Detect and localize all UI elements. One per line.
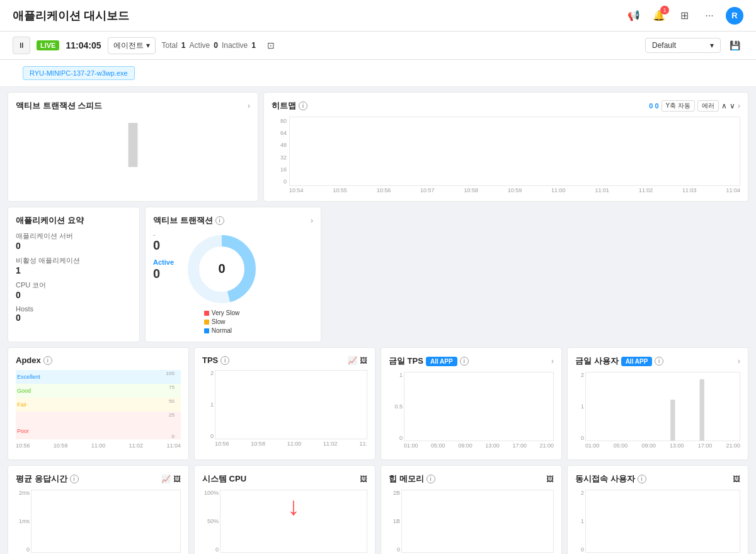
y-auto-button[interactable]: Y축 자동 [662, 100, 695, 112]
legend-list: Very Slow Slow Normal [204, 309, 239, 334]
heap-memory-chart[interactable] [401, 490, 554, 553]
sys-cpu-chart[interactable]: ↓ [220, 490, 367, 553]
today-users-header: 금일 사용자 All APP i › [575, 355, 740, 367]
heap-memory-header: 힙 메모리 i 🖼 [389, 473, 554, 485]
avg-response-y-axis: 2ms 1ms 0 [16, 490, 31, 553]
refresh-icon[interactable]: ⊡ [262, 37, 280, 54]
svg-rect-5 [16, 384, 181, 398]
summary-item-hosts: Hosts 0 [16, 305, 132, 323]
cpu-y-100: 100% [202, 490, 219, 496]
summary-cpu-label: CPU 코어 [16, 280, 132, 290]
summary-inactive-value: 1 [16, 265, 132, 275]
megaphone-icon[interactable]: 📢 [625, 7, 643, 25]
very-slow-dot [204, 311, 209, 316]
layout-icon[interactable]: ⊞ [675, 7, 693, 25]
pause-button[interactable]: ⏸ [13, 37, 30, 54]
slow-dot [204, 320, 209, 325]
apdex-svg: Excellent Good Fair Poor 100 75 50 25 0 [16, 370, 181, 439]
svg-rect-6 [16, 398, 181, 412]
chevron-down-icon[interactable]: ∨ [730, 101, 735, 110]
summary-hosts-value: 0 [16, 313, 132, 323]
svg-text:75: 75 [169, 384, 175, 390]
image-icon[interactable]: 🖼 [173, 475, 181, 483]
image-icon[interactable]: 🖼 [360, 475, 367, 483]
y-label-32: 32 [272, 154, 287, 161]
svg-text:0: 0 [171, 434, 175, 439]
concurrent-users-y-axis: 2 1 0 [575, 490, 585, 553]
avg-response-info-icon[interactable]: i [70, 475, 79, 483]
avg-y-2ms: 2ms [16, 490, 30, 496]
line-chart-icon[interactable]: 📈 [161, 475, 171, 483]
today-tps-badge[interactable]: All APP [426, 357, 457, 366]
tps-chart[interactable] [215, 370, 367, 439]
summary-title: 애플리케이션 요약 [16, 215, 84, 226]
heap-y-1b: 1B [389, 518, 400, 524]
heap-memory-header-right: 🖼 [546, 475, 554, 483]
line-chart-icon[interactable]: 📈 [348, 356, 357, 365]
apdex-x5: 11:04 [166, 442, 181, 449]
active-txn-info-icon[interactable]: i [215, 216, 224, 225]
concurrent-users-chart[interactable] [585, 490, 740, 553]
toolbar-right: Default ▾ 💾 [645, 37, 743, 54]
toolbar: ⏸ LIVE 11:04:05 에이전트 ▾ Total 1 Active 0 … [0, 32, 756, 60]
time-display: 11:04:05 [66, 40, 101, 50]
main-content: 액티브 트랜잭션 스피드 › 히트맵 i 0 0 Y축 자동 [0, 87, 756, 554]
expand-today-users-icon[interactable]: › [738, 357, 740, 366]
summary-item-cpu: CPU 코어 0 [16, 280, 132, 300]
today-users-chart[interactable] [585, 372, 740, 441]
today-users-badge[interactable]: All APP [621, 357, 653, 366]
today-users-info-icon[interactable]: i [655, 357, 663, 366]
more-icon[interactable]: ··· [701, 7, 718, 25]
apdex-info-icon[interactable]: i [43, 356, 52, 365]
active-label: Active [190, 41, 210, 50]
row2-spacer [326, 207, 748, 342]
heatmap-chart-area[interactable] [289, 117, 740, 186]
tps-x-axis: 10:56 10:58 11:00 11:02 11: [215, 441, 367, 447]
heap-memory-info-icon[interactable]: i [427, 475, 435, 483]
save-icon[interactable]: 💾 [726, 37, 743, 54]
legend-slow: Slow [204, 318, 239, 325]
svg-text:Fair: Fair [17, 401, 27, 408]
avg-response-chart[interactable] [31, 490, 181, 553]
heatmap-controls: 0 0 Y축 자동 에러 ∧ ∨ › [649, 100, 740, 112]
image-icon[interactable]: 🖼 [546, 475, 554, 483]
conc-y-2: 2 [575, 490, 584, 496]
expand-heatmap-icon[interactable]: › [738, 101, 740, 110]
svg-text:100: 100 [166, 371, 175, 376]
txn-active-value: 0 [153, 267, 174, 281]
heatmap-info-icon[interactable]: i [299, 101, 307, 110]
svg-text:Good: Good [17, 388, 31, 394]
svg-text:50: 50 [169, 398, 175, 404]
dash-label: - [153, 231, 174, 238]
total-label: Total [162, 41, 178, 50]
today-users-y0: 0 [575, 435, 584, 441]
expand-today-tps-icon[interactable]: › [551, 357, 554, 366]
toolbar-left: ⏸ LIVE 11:04:05 에이전트 ▾ Total 1 Active 0 … [13, 37, 280, 54]
summary-server-value: 0 [16, 241, 132, 251]
image-icon[interactable]: 🖼 [733, 475, 740, 483]
today-users-y-axis: 2 1 0 [575, 372, 585, 441]
tps-chart-area: 2 1 0 [202, 370, 367, 439]
today-tps-chart[interactable] [404, 372, 554, 441]
default-select[interactable]: Default ▾ [645, 38, 721, 53]
bell-icon[interactable]: 🔔 1 [650, 7, 668, 25]
tps-info-icon[interactable]: i [220, 356, 229, 365]
summary-header: 애플리케이션 요약 [16, 215, 132, 226]
expand-active-txn-icon[interactable]: › [311, 216, 313, 225]
expand-icon[interactable]: › [248, 101, 250, 110]
today-tps-y0: 0 [389, 435, 403, 441]
chevron-up-icon[interactable]: ∧ [721, 101, 727, 110]
avg-response-header: 평균 응답시간 i 📈 🖼 [16, 473, 181, 485]
y-label-80: 80 [272, 118, 287, 124]
concurrent-users-info-icon[interactable]: i [638, 475, 646, 483]
error-button[interactable]: 에러 [697, 100, 719, 112]
summary-item-server: 애플리케이션 서버 0 [16, 231, 132, 251]
sys-cpu-title: 시스템 CPU [202, 473, 246, 485]
summary-hosts-label: Hosts [16, 305, 132, 313]
avatar[interactable]: R [726, 7, 743, 25]
image-icon[interactable]: 🖼 [360, 356, 367, 365]
agent-select[interactable]: 에이전트 ▾ [108, 37, 156, 54]
today-tps-info-icon[interactable]: i [460, 357, 469, 366]
chevron-down-icon: ▾ [146, 41, 150, 50]
tps-y1: 1 [202, 401, 214, 408]
